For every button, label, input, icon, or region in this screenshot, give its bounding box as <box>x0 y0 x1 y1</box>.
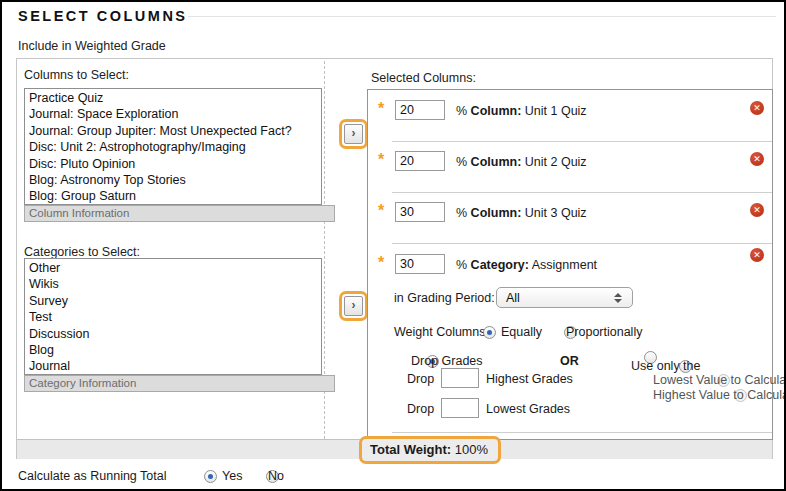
lowest-value-label: Lowest Value to Calculate <box>653 373 786 387</box>
total-weight-label: Total Weight: <box>370 442 451 457</box>
grading-period-select[interactable]: All <box>496 287 633 308</box>
columns-to-select-label: Columns to Select: <box>24 68 129 82</box>
required-asterisk: * <box>378 254 384 272</box>
column-option[interactable]: Blog: Group Saturn <box>25 188 321 204</box>
categories-to-select-label: Categories to Select: <box>24 245 140 259</box>
row-name: Assignment <box>532 258 597 272</box>
row-label: % Column: Unit 2 Quiz <box>456 155 587 169</box>
column-option[interactable]: Disc: Unit 2: Astrophotography/Imaging <box>25 139 321 155</box>
columns-to-select-listbox[interactable]: Practice Quiz Journal: Space Exploration… <box>24 88 322 205</box>
category-option[interactable]: Other <box>25 260 321 276</box>
or-label: OR <box>560 354 579 368</box>
row-kind: Column: <box>471 206 522 220</box>
category-option[interactable]: Wikis <box>25 276 321 292</box>
column-option[interactable]: Disc: Pluto Opinion <box>25 156 321 172</box>
use-only-the-label: Use only the <box>631 359 700 373</box>
delete-row-icon[interactable]: ✕ <box>750 101 764 115</box>
category-option[interactable]: Discussion <box>25 326 321 342</box>
row-label: % Column: Unit 3 Quiz <box>456 206 587 220</box>
grading-period-value: All <box>497 291 610 305</box>
row-separator <box>392 192 772 193</box>
row-kind: Column: <box>471 155 522 169</box>
select-columns-screen: SELECT COLUMNS Include in Weighted Grade… <box>0 0 786 491</box>
drop-grades-label: Drop Grades <box>411 354 483 368</box>
equally-label: Equally <box>501 325 542 339</box>
column-option[interactable]: Journal: Group Jupiter: Most Unexpected … <box>25 123 321 139</box>
category-information-bar[interactable]: Category Information <box>24 375 335 392</box>
include-in-weighted-grade-label: Include in Weighted Grade <box>18 39 166 53</box>
column-information-bar[interactable]: Column Information <box>24 205 335 222</box>
selected-columns-panel: * % Column: Unit 1 Quiz ✕ * % Column: Un… <box>367 89 773 440</box>
column-option[interactable]: Blog: Astronomy Top Stories <box>25 172 321 188</box>
page-title: SELECT COLUMNS <box>18 8 188 24</box>
row-kind: Column: <box>471 104 522 118</box>
weighted-grade-selection-box: Columns to Select: Practice Quiz Journal… <box>16 58 773 459</box>
category-option[interactable]: Survey <box>25 293 321 309</box>
grading-period-label: in Grading Period: <box>394 291 495 305</box>
total-weight-highlight: Total Weight: 100% <box>359 436 501 464</box>
percent-sign: % <box>456 258 467 272</box>
proportionally-label: Proportionally <box>566 325 642 339</box>
running-total-yes-label: Yes <box>222 469 242 483</box>
weight-input-category-assignment[interactable] <box>395 254 445 274</box>
weight-columns-label: Weight Columns: <box>394 325 489 339</box>
row-label: % Category: Assignment <box>456 258 597 272</box>
select-stepper-icon <box>610 293 632 303</box>
categories-to-select-listbox[interactable]: Other Wikis Survey Test Discussion Blog … <box>24 258 322 375</box>
row-name: Unit 2 Quiz <box>525 155 587 169</box>
percent-sign: % <box>456 104 467 118</box>
percent-sign: % <box>456 155 467 169</box>
delete-row-icon[interactable]: ✕ <box>750 152 764 166</box>
drop-highest-label-drop: Drop <box>407 372 434 386</box>
move-categories-button[interactable]: › <box>344 296 363 316</box>
delete-row-icon[interactable]: ✕ <box>750 248 764 262</box>
row-name: Unit 1 Quiz <box>525 104 587 118</box>
running-total-yes-radio[interactable] <box>204 470 217 483</box>
required-asterisk: * <box>378 202 384 220</box>
drop-lowest-grades-input[interactable] <box>441 398 479 418</box>
running-total-label: Calculate as Running Total <box>18 469 166 483</box>
drop-highest-grades-input[interactable] <box>441 368 479 388</box>
move-categories-highlight: › <box>339 291 368 321</box>
title-rule <box>188 16 776 17</box>
row-separator <box>392 243 772 244</box>
drop-lowest-label-drop: Drop <box>407 402 434 416</box>
row-separator <box>392 432 772 433</box>
total-weight-value: 100% <box>455 442 488 457</box>
row-separator <box>392 141 772 142</box>
column-option[interactable]: Journal: Space Exploration <box>25 106 321 122</box>
running-total-no-label: No <box>268 469 284 483</box>
delete-row-icon[interactable]: ✕ <box>750 203 764 217</box>
move-columns-button[interactable]: › <box>344 124 363 144</box>
move-columns-highlight: › <box>339 119 368 149</box>
category-option[interactable]: Test <box>25 309 321 325</box>
percent-sign: % <box>456 206 467 220</box>
chevron-right-icon: › <box>352 298 356 312</box>
selected-columns-label: Selected Columns: <box>371 71 476 85</box>
highest-grades-label: Highest Grades <box>486 372 573 386</box>
weight-input-unit-1-quiz[interactable] <box>395 100 445 120</box>
column-option[interactable]: Practice Quiz <box>25 90 321 106</box>
required-asterisk: * <box>378 151 384 169</box>
category-option[interactable]: Journal <box>25 358 321 374</box>
highest-value-label: Highest Value to Calculate <box>653 388 786 402</box>
weight-input-unit-2-quiz[interactable] <box>395 151 445 171</box>
equally-radio[interactable] <box>483 326 496 339</box>
weight-input-unit-3-quiz[interactable] <box>395 202 445 222</box>
row-name: Unit 3 Quiz <box>525 206 587 220</box>
row-label: % Column: Unit 1 Quiz <box>456 104 587 118</box>
lowest-grades-label: Lowest Grades <box>486 402 570 416</box>
category-option[interactable]: Blog <box>25 342 321 358</box>
chevron-right-icon: › <box>352 126 356 140</box>
row-kind: Category: <box>471 258 529 272</box>
required-asterisk: * <box>378 100 384 118</box>
